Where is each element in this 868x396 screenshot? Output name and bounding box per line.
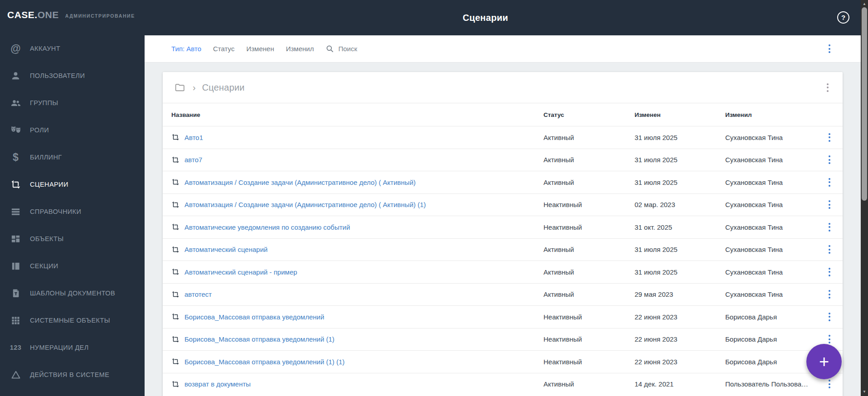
sidebar-item-sections[interactable]: СЕКЦИИ (0, 252, 145, 280)
modified-cell: 31 июля 2025 (635, 179, 725, 186)
row-menu-icon[interactable] (827, 132, 832, 143)
filter-modified-by[interactable]: Изменил (286, 45, 314, 53)
modified-by-cell: Сухановская Тина (725, 201, 816, 208)
main-content: Тип: Авто Статус Изменен Изменил Поиск ›… (145, 35, 861, 396)
filter-menu-icon[interactable] (827, 43, 832, 54)
scenario-link[interactable]: Автоматизация / Создание задачи (Админис… (184, 179, 416, 186)
sidebar-item-case-numbering[interactable]: 123 НУМЕРАЦИИ ДЕЛ (0, 334, 145, 361)
modified-cell: 22 июня 2023 (635, 335, 725, 343)
sidebar-item-document-templates[interactable]: ШАБЛОНЫ ДОКУМЕНТОВ (0, 280, 145, 307)
scenario-link[interactable]: автотест (184, 290, 212, 298)
sidebar-item-account[interactable]: @ АККАУНТ (0, 35, 145, 62)
row-menu-icon[interactable] (827, 333, 832, 345)
table-row: Автоматический сценарий Активный 31 июля… (163, 238, 843, 261)
status-cell: Неактивный (543, 358, 635, 366)
sidebar-item-directories[interactable]: СПРАВОЧНИКИ (0, 198, 145, 225)
sidebar-item-objects[interactable]: ОБЪЕКТЫ (0, 225, 145, 252)
page-title: Сценарии (463, 13, 508, 23)
scroll-down-icon[interactable]: ▼ (861, 390, 868, 394)
scenario-link[interactable]: возврат в документы (184, 380, 251, 388)
filter-type[interactable]: Тип: Авто (171, 45, 201, 53)
row-menu-icon[interactable] (827, 311, 832, 323)
scenario-link[interactable]: Борисова_Массовая отправка уведомлений (… (184, 335, 335, 343)
column-header-modified: Изменен (635, 111, 725, 118)
row-menu-icon[interactable] (827, 378, 832, 390)
row-menu-cell (816, 154, 843, 165)
scenario-crop-icon (171, 357, 179, 366)
sidebar-item-system-objects[interactable]: СИСТЕМНЫЕ ОБЪЕКТЫ (0, 307, 145, 334)
modified-by-cell: Сухановская Тина (725, 223, 816, 231)
grid-icon (10, 315, 22, 326)
sidebar: CASE.ONE АДМИНИСТРИРОВАНИЕ @ АККАУНТ ПОЛ… (0, 0, 145, 396)
scenario-crop-icon (171, 313, 179, 321)
scenario-name-cell: Автоматический сценарий - пример (171, 268, 543, 276)
filter-status[interactable]: Статус (213, 45, 234, 53)
scenario-crop-icon (171, 380, 179, 388)
scenario-crop-icon (171, 201, 179, 209)
scenario-link[interactable]: Автоматизация / Создание задачи (Админис… (184, 201, 426, 208)
scenario-crop-icon (171, 290, 179, 299)
scenario-link[interactable]: Автоматические уведомления по созданию с… (184, 223, 350, 231)
row-menu-icon[interactable] (827, 154, 832, 165)
scenario-link[interactable]: Борисова_Массовая отправка уведомлений (… (184, 358, 344, 366)
dashboard-icon (10, 234, 22, 244)
help-icon[interactable]: ? (837, 11, 849, 24)
row-menu-cell (816, 244, 843, 255)
row-menu-icon[interactable] (827, 244, 832, 255)
modified-cell: 31 июля 2025 (635, 246, 725, 253)
sidebar-item-system-actions[interactable]: ДЕЙСТВИЯ В СИСТЕМЕ (0, 361, 145, 388)
column-header-status: Статус (543, 111, 635, 118)
status-cell: Активный (543, 268, 635, 276)
row-menu-icon[interactable] (827, 199, 832, 210)
scenario-link[interactable]: Борисова_Массовая отправка уведомлений (184, 313, 324, 321)
scenario-name-cell: авто7 (171, 156, 543, 164)
table-row: авто7 Активный 31 июля 2025 Сухановская … (163, 149, 843, 171)
dollar-icon: $ (10, 152, 22, 163)
folder-icon[interactable] (174, 82, 185, 93)
add-scenario-button[interactable]: + (806, 344, 842, 379)
scrollbar-track[interactable]: ▲ ▼ (861, 0, 868, 396)
row-menu-icon[interactable] (827, 177, 832, 188)
row-menu-cell (816, 132, 843, 143)
sidebar-item-billing[interactable]: $ БИЛЛИНГ (0, 144, 145, 171)
scenario-name-cell: Автоматический сценарий (171, 246, 543, 254)
modified-by-cell: Сухановская Тина (725, 268, 816, 276)
scrollbar-thumb[interactable] (862, 7, 867, 201)
status-cell: Активный (543, 290, 635, 298)
scenario-link[interactable]: Автоматический сценарий - пример (184, 268, 297, 276)
scenario-crop-icon (171, 223, 179, 231)
modified-by-cell: Борисова Дарья (725, 313, 816, 321)
sidebar-item-scenarios[interactable]: СЦЕНАРИИ (0, 171, 145, 198)
scenario-name-cell: Автоматические уведомления по созданию с… (171, 223, 543, 231)
modified-cell: 31 июля 2025 (635, 156, 725, 164)
sidebar-item-roles[interactable]: РОЛИ (0, 116, 145, 144)
scenario-crop-icon (171, 156, 179, 164)
scenario-link[interactable]: Авто1 (184, 134, 203, 141)
status-cell: Неактивный (543, 201, 635, 208)
users-icon (10, 97, 22, 108)
scenarios-card: › Сценарии Название Статус Изменен Измен… (163, 72, 843, 396)
modified-cell: 31 июля 2025 (635, 134, 725, 141)
modified-cell: 14 дек. 2021 (635, 380, 725, 388)
top-header: Сценарии ? (145, 0, 868, 35)
row-menu-cell (816, 199, 843, 210)
scenario-link[interactable]: Автоматический сценарий (184, 246, 267, 253)
scenario-crop-icon (171, 178, 179, 186)
app-logo[interactable]: CASE.ONE АДМИНИСТРИРОВАНИЕ (0, 0, 145, 30)
card-menu-icon[interactable] (825, 82, 830, 93)
filter-modified[interactable]: Изменен (246, 45, 274, 53)
row-menu-icon[interactable] (827, 266, 832, 278)
scenario-link[interactable]: авто7 (184, 156, 202, 164)
scroll-up-icon[interactable]: ▲ (861, 2, 868, 6)
search-input[interactable]: Поиск (325, 44, 357, 53)
scenario-name-cell: Автоматизация / Создание задачи (Админис… (171, 201, 543, 209)
table-row: Авто1 Активный 31 июля 2025 Сухановская … (163, 126, 843, 149)
row-menu-icon[interactable] (827, 289, 832, 300)
search-placeholder: Поиск (338, 45, 357, 53)
row-menu-icon[interactable] (827, 222, 832, 233)
column-header-name: Название (171, 111, 543, 118)
modified-by-cell: Сухановская Тина (725, 134, 816, 141)
sidebar-item-groups[interactable]: ГРУППЫ (0, 89, 145, 116)
modified-by-cell: Борисова Дарья (725, 335, 816, 343)
sidebar-item-users[interactable]: ПОЛЬЗОВАТЕЛИ (0, 62, 145, 89)
